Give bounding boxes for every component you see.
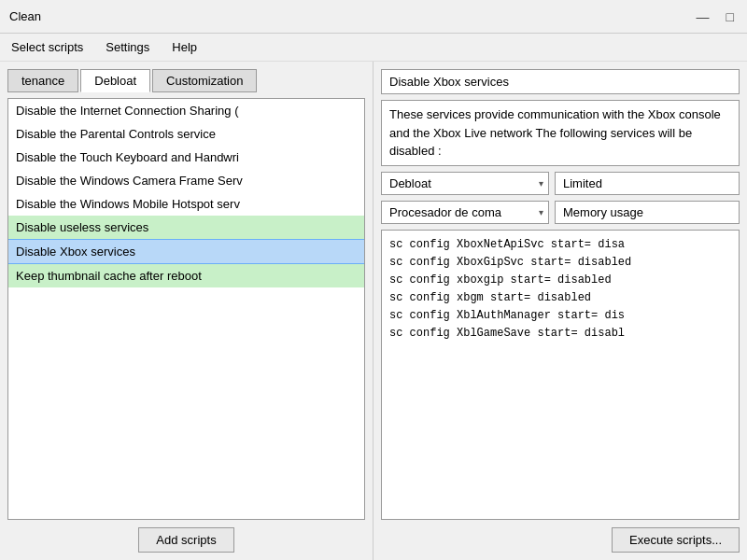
script-list: Disable the Internet Connection Sharing …	[8, 99, 364, 519]
menubar: Select scripts Settings Help	[0, 34, 747, 62]
dropdowns-row: Debloat Maintenance Customization ▾ Limi…	[381, 172, 740, 195]
list-item-keep-thumbnail[interactable]: Keep thumbnail cache after reboot	[8, 264, 364, 287]
bottom-right: Execute scripts...	[381, 520, 740, 553]
right-panel: Disable Xbox services These services pro…	[374, 62, 747, 560]
tab-customization[interactable]: Customization	[152, 69, 257, 92]
bottom-left: Add scripts	[7, 520, 365, 553]
list-item[interactable]: Disable the Touch Keyboard and Handwri	[8, 146, 364, 169]
script-code: sc config XboxNetApiSvc start= disa sc c…	[381, 230, 740, 521]
list-item-disable-useless[interactable]: Disable useless services	[8, 216, 364, 239]
window-controls: — □	[693, 9, 738, 24]
dropdowns-row2: Procesador de coma Option 2 ▾ Memory usa…	[381, 201, 740, 224]
left-panel: tenance Debloat Customization Disable th…	[0, 62, 374, 560]
app-title: Clean	[9, 9, 41, 23]
menu-help[interactable]: Help	[161, 37, 208, 57]
titlebar: Clean — □	[0, 0, 747, 34]
dropdown-category[interactable]: Debloat Maintenance Customization	[381, 172, 549, 195]
dropdown1-container: Debloat Maintenance Customization ▾	[381, 172, 549, 195]
dropdown3-container: Procesador de coma Option 2 ▾	[381, 201, 549, 224]
tabs: tenance Debloat Customization	[7, 69, 365, 92]
minimize-button[interactable]: —	[693, 9, 713, 24]
memory-usage-field: Memory usage	[555, 201, 740, 224]
list-item[interactable]: Disable the Windows Camera Frame Serv	[8, 169, 364, 192]
maximize-button[interactable]: □	[723, 9, 738, 24]
list-item[interactable]: Disable the Internet Connection Sharing …	[8, 99, 364, 122]
list-item[interactable]: Disable the Windows Mobile Hotspot serv	[8, 192, 364, 216]
tab-debloat[interactable]: Debloat	[80, 69, 150, 92]
script-list-container: Disable the Internet Connection Sharing …	[7, 98, 365, 520]
execute-scripts-button[interactable]: Execute scripts...	[612, 527, 740, 553]
list-item-disable-xbox[interactable]: Disable Xbox services	[8, 239, 364, 264]
limited-field: Limited	[555, 172, 740, 195]
script-title: Disable Xbox services	[381, 69, 740, 94]
tab-maintenance[interactable]: tenance	[7, 69, 78, 92]
menu-select-scripts[interactable]: Select scripts	[0, 37, 94, 57]
dropdown-processor[interactable]: Procesador de coma Option 2	[381, 201, 549, 224]
menu-settings[interactable]: Settings	[94, 37, 161, 57]
list-item[interactable]: Disable the Parental Controls service	[8, 122, 364, 146]
add-scripts-button[interactable]: Add scripts	[138, 527, 233, 553]
main-content: tenance Debloat Customization Disable th…	[0, 62, 747, 560]
script-description: These services provide communication wit…	[381, 100, 740, 166]
